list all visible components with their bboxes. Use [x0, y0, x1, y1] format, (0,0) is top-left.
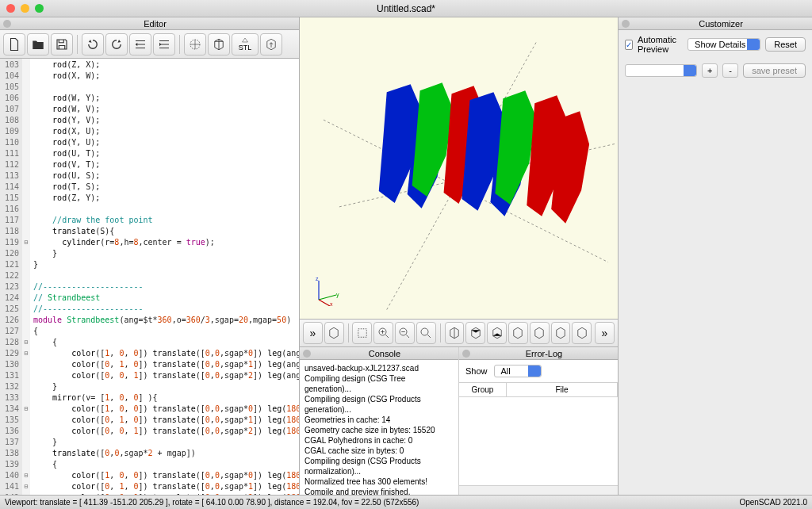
errorlog-filter-select[interactable]: All — [494, 365, 542, 377]
console-output[interactable]: unsaved-backup-xJL21237.scadCompiling de… — [300, 360, 458, 495]
console-title: Console — [314, 349, 455, 358]
window-title: Untitled.scad* — [377, 3, 435, 14]
title-bar: Untitled.scad* — [0, 0, 812, 17]
errorlog-title: Error-Log — [473, 349, 615, 358]
view-bottom-button[interactable] — [487, 322, 507, 344]
auto-preview-label: Automatic Preview — [638, 35, 683, 54]
zoom-in-button[interactable] — [373, 322, 393, 344]
customizer-pane: Customizer ✓ Automatic Preview Show Deta… — [619, 17, 812, 495]
app-version: OpenSCAD 2021.0 — [739, 498, 807, 507]
toolbar-more-button[interactable]: » — [595, 322, 615, 344]
window-controls — [6, 4, 44, 13]
unindent-button[interactable] — [129, 33, 151, 55]
preset-select[interactable] — [625, 64, 697, 77]
svg-line-12 — [385, 335, 389, 338]
save-preset-button[interactable]: save preset — [743, 63, 806, 78]
view-left-button[interactable] — [508, 322, 528, 344]
zoom-window-button[interactable] — [35, 4, 44, 13]
view-right-button[interactable] — [445, 322, 465, 344]
editor-close-icon[interactable] — [3, 20, 11, 28]
errorlog-scrollbar[interactable] — [459, 485, 618, 495]
code-editor[interactable]: 103 104 105 106 107 108 109 110 111 112 … — [0, 59, 299, 495]
svg-line-8 — [319, 300, 330, 306]
svg-line-16 — [407, 335, 410, 338]
preview-column: z y x » » — [300, 17, 619, 495]
view-front-button[interactable] — [530, 322, 550, 344]
reset-view-button[interactable] — [416, 322, 436, 344]
viewport-status: Viewport: translate = [ 411.39 -151.20 2… — [5, 498, 419, 507]
reset-button[interactable]: Reset — [765, 37, 806, 52]
console-pane: Console unsaved-backup-xJL21237.scadComp… — [300, 347, 459, 495]
viewport-toolbar: » » — [300, 319, 618, 347]
zoom-all-button[interactable] — [352, 322, 372, 344]
svg-point-18 — [421, 328, 428, 335]
indent-button[interactable] — [153, 33, 175, 55]
errorlog-pane: Error-Log Show All Group File — [459, 347, 618, 495]
undo-button[interactable] — [82, 33, 104, 55]
errorlog-show-label: Show — [465, 366, 488, 376]
editor-pane: Editor STL 103 104 105 106 107 108 109 1… — [0, 17, 300, 495]
errorlog-col-group[interactable]: Group — [459, 383, 507, 396]
errorlog-body[interactable] — [459, 397, 618, 485]
show-details-select[interactable]: Show Details — [688, 38, 760, 51]
svg-text:x: x — [330, 301, 333, 306]
svg-rect-10 — [358, 329, 367, 338]
save-file-button[interactable] — [51, 33, 73, 55]
view-top-button[interactable] — [465, 322, 485, 344]
redo-button[interactable] — [105, 33, 128, 55]
console-close-icon[interactable] — [303, 350, 311, 358]
remove-preset-button[interactable]: - — [722, 63, 738, 78]
svg-line-19 — [428, 335, 431, 338]
open-file-button[interactable] — [27, 33, 49, 55]
axis-gizmo: z y x — [312, 274, 344, 308]
errorlog-table-header: Group File — [459, 382, 618, 397]
errorlog-col-file[interactable]: File — [507, 383, 618, 396]
add-preset-button[interactable]: + — [702, 63, 718, 78]
view-diagonal-button[interactable] — [572, 322, 592, 344]
svg-text:y: y — [336, 292, 339, 298]
customizer-title: Customizer — [633, 19, 809, 29]
auto-preview-checkbox[interactable]: ✓ — [625, 40, 633, 50]
new-file-button[interactable] — [3, 33, 25, 55]
send-to-print-button[interactable] — [260, 33, 282, 55]
render-button[interactable] — [208, 33, 230, 55]
errorlog-close-icon[interactable] — [462, 350, 470, 358]
close-window-button[interactable] — [6, 4, 15, 13]
editor-title: Editor — [14, 19, 296, 29]
svg-line-6 — [319, 295, 336, 300]
minimize-window-button[interactable] — [21, 4, 29, 13]
status-bar: Viewport: translate = [ 411.39 -151.20 2… — [0, 495, 812, 509]
svg-text:z: z — [316, 276, 319, 281]
preview-button[interactable] — [184, 33, 206, 55]
toolbar-overflow-button[interactable]: » — [303, 322, 323, 344]
view-back-button[interactable] — [551, 322, 571, 344]
export-stl-button[interactable]: STL — [232, 33, 259, 55]
customizer-close-icon[interactable] — [622, 20, 630, 28]
zoom-out-button[interactable] — [395, 322, 415, 344]
view-preview-button[interactable] — [324, 322, 344, 344]
editor-toolbar: STL — [0, 30, 299, 59]
3d-viewport[interactable]: z y x — [300, 17, 618, 319]
